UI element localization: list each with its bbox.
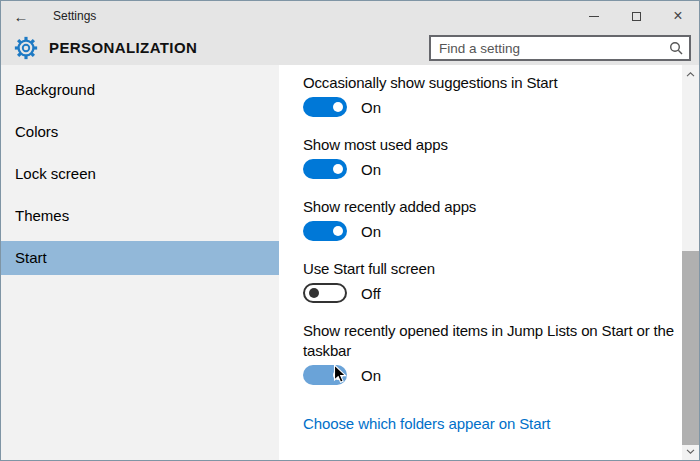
toggle-full-screen[interactable] (303, 283, 347, 303)
setting-jump-lists: Show recently opened items in Jump Lists… (303, 321, 682, 385)
setting-suggestions: Occasionally show suggestions in Start O… (303, 73, 682, 117)
setting-label: Show recently opened items in Jump Lists… (303, 321, 682, 361)
maximize-button[interactable] (615, 1, 657, 31)
scrollbar-down-button[interactable] (682, 444, 699, 458)
search-input[interactable] (431, 41, 669, 56)
toggle-state-label: On (361, 99, 381, 116)
toggle-state-label: On (361, 223, 381, 240)
setting-label: Occasionally show suggestions in Start (303, 73, 682, 93)
toggle-recently-added-apps[interactable] (303, 221, 347, 241)
page-title: PERSONALIZATION (49, 39, 197, 56)
close-icon: × (673, 8, 682, 24)
chevron-up-icon (686, 72, 695, 77)
gear-icon (13, 35, 39, 61)
toggle-suggestions[interactable] (303, 97, 347, 117)
toggle-state-label: Off (361, 285, 381, 302)
toggle-most-used-apps[interactable] (303, 159, 347, 179)
setting-label: Use Start full screen (303, 259, 682, 279)
setting-most-used-apps: Show most used apps On (303, 135, 682, 179)
settings-window: ← Settings × (0, 0, 700, 461)
toggle-knob (333, 370, 343, 380)
scrollbar[interactable] (682, 65, 699, 460)
sidebar-item-start[interactable]: Start (1, 241, 279, 275)
toggle-jump-lists[interactable] (303, 365, 347, 385)
chevron-down-icon (686, 449, 695, 454)
window-controls: × (573, 1, 699, 31)
setting-label: Show recently added apps (303, 197, 682, 217)
toggle-knob (309, 288, 319, 298)
settings-content: Occasionally show suggestions in Start O… (279, 65, 682, 460)
minimize-button[interactable] (573, 1, 615, 31)
setting-recently-added-apps: Show recently added apps On (303, 197, 682, 241)
titlebar: ← Settings × (1, 1, 699, 31)
setting-full-screen: Use Start full screen Off (303, 259, 682, 303)
toggle-state-label: On (361, 367, 381, 384)
toggle-knob (333, 226, 343, 236)
window-body: Background Colors Lock screen Themes Sta… (1, 65, 699, 460)
search-icon[interactable] (669, 41, 683, 55)
back-arrow-icon[interactable]: ← (1, 8, 41, 25)
choose-folders-link[interactable]: Choose which folders appear on Start (303, 415, 550, 432)
close-button[interactable]: × (657, 1, 699, 31)
window-top-region: ← Settings × (1, 1, 699, 65)
setting-label: Show most used apps (303, 135, 682, 155)
sidebar: Background Colors Lock screen Themes Sta… (1, 65, 279, 460)
search-box (429, 35, 691, 61)
sidebar-item-themes[interactable]: Themes (1, 199, 279, 233)
window-title: Settings (53, 9, 96, 23)
scrollbar-thumb[interactable] (682, 251, 699, 445)
maximize-icon (632, 12, 641, 21)
toggle-knob (333, 164, 343, 174)
scrollbar-up-button[interactable] (682, 67, 699, 81)
minimize-icon (589, 16, 599, 17)
sidebar-item-background[interactable]: Background (1, 73, 279, 107)
toggle-knob (333, 102, 343, 112)
sidebar-item-colors[interactable]: Colors (1, 115, 279, 149)
sidebar-item-lock-screen[interactable]: Lock screen (1, 157, 279, 191)
toggle-state-label: On (361, 161, 381, 178)
page-header: PERSONALIZATION (1, 31, 699, 65)
